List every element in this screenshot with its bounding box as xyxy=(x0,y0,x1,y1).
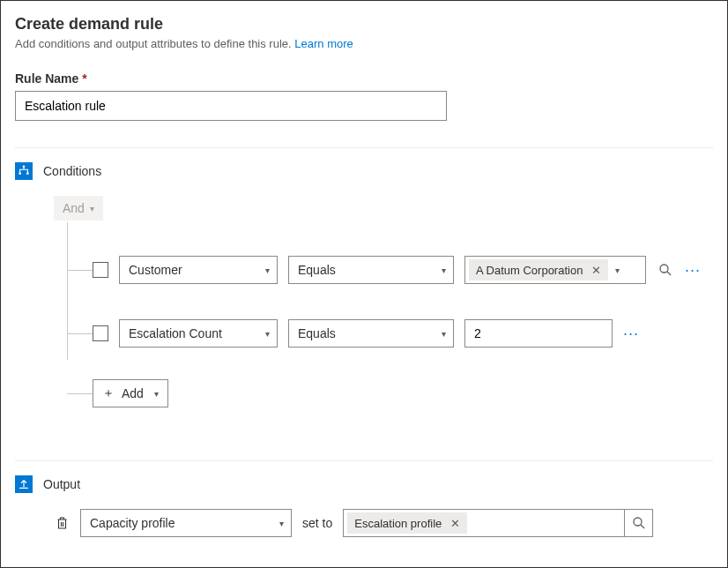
more-actions-button[interactable]: ··· xyxy=(685,261,701,279)
page-subtitle: Add conditions and output attributes to … xyxy=(15,37,713,50)
attribute-value: Customer xyxy=(129,263,182,277)
output-attribute-value: Capacity profile xyxy=(90,516,175,530)
chevron-down-icon: ▾ xyxy=(615,265,620,275)
chevron-down-icon: ▾ xyxy=(265,265,270,275)
svg-point-0 xyxy=(23,165,26,168)
conditions-section-label: Conditions xyxy=(43,164,101,178)
svg-point-2 xyxy=(26,172,29,175)
set-to-label: set to xyxy=(302,516,332,530)
svg-point-5 xyxy=(634,518,642,526)
page-title: Create demand rule xyxy=(15,15,713,34)
chevron-down-icon: ▾ xyxy=(154,389,159,399)
operator-value: Equals xyxy=(298,326,336,340)
output-value-tag: Escalation profile ✕ xyxy=(347,512,467,534)
output-icon xyxy=(15,475,33,493)
delete-output-button[interactable] xyxy=(54,516,70,530)
divider xyxy=(15,460,713,461)
operator-dropdown[interactable]: Equals ▾ xyxy=(288,256,454,284)
output-attribute-dropdown[interactable]: Capacity profile ▾ xyxy=(80,509,292,537)
svg-point-3 xyxy=(660,265,668,273)
add-condition-button[interactable]: ＋ Add ▾ xyxy=(93,379,168,407)
operator-value: Equals xyxy=(298,263,336,277)
subtitle-text: Add conditions and output attributes to … xyxy=(15,37,292,50)
remove-tag-icon[interactable]: ✕ xyxy=(449,517,462,530)
operator-dropdown[interactable]: Equals ▾ xyxy=(288,319,454,348)
attribute-value: Escalation Count xyxy=(129,326,222,340)
value-input[interactable] xyxy=(464,319,613,348)
svg-line-6 xyxy=(641,525,644,528)
plus-icon: ＋ xyxy=(102,385,115,401)
condition-row-checkbox[interactable] xyxy=(93,325,108,341)
search-icon[interactable] xyxy=(657,261,674,279)
rule-name-input[interactable] xyxy=(15,91,447,121)
divider xyxy=(15,147,713,148)
conditions-icon xyxy=(15,162,33,180)
group-operator-dropdown[interactable]: And ▾ xyxy=(54,196,103,220)
output-section-label: Output xyxy=(43,477,80,491)
chevron-down-icon: ▾ xyxy=(442,329,446,339)
value-tag-text: A Datum Corporation xyxy=(476,264,583,277)
rule-name-label: Rule Name* xyxy=(15,71,713,86)
chevron-down-icon: ▾ xyxy=(90,204,94,213)
condition-row-checkbox[interactable] xyxy=(93,262,108,278)
chevron-down-icon: ▾ xyxy=(265,329,270,339)
required-asterisk: * xyxy=(82,71,86,86)
add-button-label: Add xyxy=(122,386,144,400)
group-operator-text: And xyxy=(63,201,85,215)
chevron-down-icon: ▾ xyxy=(442,265,446,275)
attribute-dropdown[interactable]: Customer ▾ xyxy=(119,256,278,284)
remove-tag-icon[interactable]: ✕ xyxy=(590,264,603,277)
output-value-field[interactable]: Escalation profile ✕ xyxy=(343,509,625,537)
value-lookup-field[interactable]: A Datum Corporation ✕ ▾ xyxy=(464,256,646,284)
value-tag: A Datum Corporation ✕ xyxy=(469,259,608,280)
output-search-button[interactable] xyxy=(625,509,653,537)
more-actions-button[interactable]: ··· xyxy=(623,325,639,342)
output-value-text: Escalation profile xyxy=(354,517,442,530)
chevron-down-icon: ▾ xyxy=(279,519,284,528)
attribute-dropdown[interactable]: Escalation Count ▾ xyxy=(119,319,278,348)
svg-line-4 xyxy=(667,272,671,275)
svg-point-1 xyxy=(19,172,21,175)
learn-more-link[interactable]: Learn more xyxy=(294,37,353,50)
